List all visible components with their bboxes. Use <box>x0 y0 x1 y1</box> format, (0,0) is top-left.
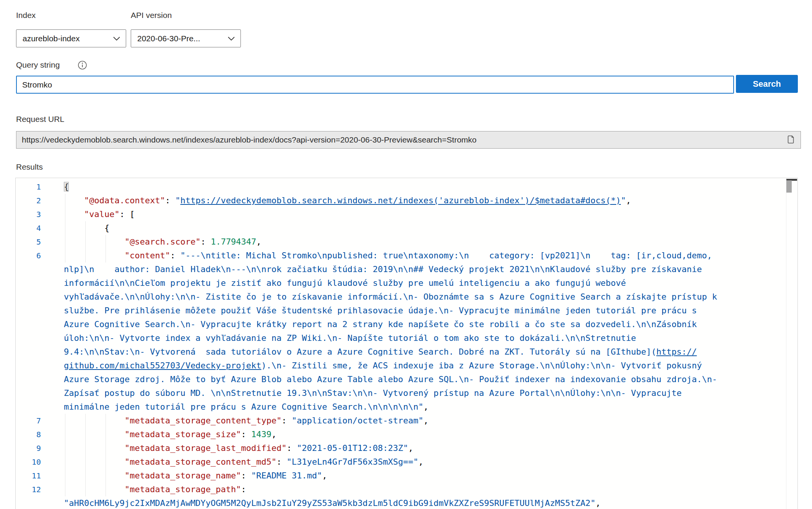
code-row: 6 "content": "---\ntitle: Michal Stromko… <box>16 249 786 263</box>
request-url-label: Request URL <box>16 115 64 124</box>
line-number <box>16 359 41 373</box>
line-number: 8 <box>16 428 41 441</box>
results-rows: 1{2 "@odata.context": "https://vedeckyde… <box>16 180 786 509</box>
vertical-scrollbar[interactable] <box>786 180 792 193</box>
request-url-value: https://vedeckydemoblob.search.windows.n… <box>22 135 784 144</box>
line-number: 5 <box>16 235 41 249</box>
code-row: 4 { <box>16 221 786 235</box>
code-text: Azure Cognitive Search.\n- Vypracujte kr… <box>41 318 786 331</box>
code-text: úloh:\n\n- Vytvorte index a vyhľadávanie… <box>41 331 786 345</box>
code-text: "metadata_storage_last_modified": "2021-… <box>41 441 786 455</box>
code-row: 2 "@odata.context": "https://vedeckydemo… <box>16 194 786 207</box>
index-dropdown[interactable]: azureblob-index <box>16 29 126 47</box>
code-text: službe. Pre prihlásenie môžete použiť Vá… <box>41 304 786 318</box>
code-text: "metadata_storage_name": "README 31.md", <box>41 469 786 483</box>
code-text: "metadata_storage_path": <box>41 483 786 496</box>
code-row: minimálne jeden tutoriál pre prácu s Azu… <box>16 400 786 414</box>
code-text: "aHR0cHM6Ly9jc2IxMDAzMjAwMDYyOGM5M2QyLmJ… <box>41 496 786 509</box>
results-label: Results <box>16 162 43 172</box>
line-number: 12 <box>16 483 41 496</box>
code-text: informácií\n\nCieľom projektu je zistiť … <box>41 276 786 290</box>
line-number <box>16 263 41 276</box>
search-button[interactable]: Search <box>736 75 798 93</box>
line-number: 2 <box>16 194 41 207</box>
line-number <box>16 290 41 304</box>
code-text: { <box>41 221 786 235</box>
api-version-label: API version <box>131 11 172 20</box>
code-row: nlp]\n author: Daniel Hladek\n---\n\nrok… <box>16 263 786 276</box>
code-text: "metadata_storage_size": 1439, <box>41 428 786 441</box>
line-number: 7 <box>16 414 41 428</box>
code-text: nlp]\n author: Daniel Hladek\n---\n\nrok… <box>41 263 786 276</box>
api-version-dropdown-value: 2020-06-30-Pre... <box>137 34 227 43</box>
line-number <box>16 331 41 345</box>
code-row: 8 "metadata_storage_size": 1439, <box>16 428 786 441</box>
line-number <box>16 276 41 290</box>
code-text: "content": "---\ntitle: Michal Stromko\n… <box>41 249 786 263</box>
query-string-input[interactable] <box>16 76 734 94</box>
code-row: 9 "metadata_storage_last_modified": "202… <box>16 441 786 455</box>
code-text: minimálne jeden tutoriál pre prácu s Azu… <box>41 400 786 414</box>
code-row: 7 "metadata_storage_content_type": "appl… <box>16 414 786 428</box>
code-row: 11 "metadata_storage_name": "README 31.m… <box>16 469 786 483</box>
line-number: 10 <box>16 455 41 469</box>
code-row: informácií\n\nCieľom projektu je zistiť … <box>16 276 786 290</box>
api-version-dropdown[interactable]: 2020-06-30-Pre... <box>131 29 241 47</box>
code-row: Zapísať postup do súboru MD. \n\nStretnu… <box>16 386 786 400</box>
line-number: 4 <box>16 221 41 235</box>
overview-ruler <box>786 178 797 509</box>
query-string-label: Query string <box>16 60 60 70</box>
code-text: { <box>41 180 786 194</box>
code-text: 9.4:\n\nStav:\n- Vytvorená sada tutoriál… <box>41 345 786 359</box>
line-number: 1 <box>16 180 41 194</box>
line-number <box>16 386 41 400</box>
search-explorer-page: Index azureblob-index API version 2020-0… <box>0 0 812 509</box>
index-label: Index <box>16 11 36 20</box>
code-text: Azure Storage zdroj. Môže to byť Azure B… <box>41 373 786 386</box>
code-text: vyhľadávače.\n\nÚlohy:\n\n- Zistite čo j… <box>41 290 786 304</box>
code-text: "value": [ <box>41 207 786 221</box>
chevron-down-icon <box>227 36 235 41</box>
results-editor[interactable]: 1{2 "@odata.context": "https://vedeckyde… <box>15 178 798 509</box>
request-url-field: https://vedeckydemoblob.search.windows.n… <box>16 131 801 149</box>
code-row: 5 "@search.score": 1.7794347, <box>16 235 786 249</box>
code-text: Zapísať postup do súboru MD. \n\nStretnu… <box>41 386 786 400</box>
line-number: 11 <box>16 469 41 483</box>
line-number <box>16 345 41 359</box>
code-row: 1{ <box>16 180 786 194</box>
chevron-down-icon <box>113 36 120 41</box>
index-dropdown-value: azureblob-index <box>23 34 113 43</box>
code-text: "@search.score": 1.7794347, <box>41 235 786 249</box>
code-text: "metadata_storage_content_type": "applic… <box>41 414 786 428</box>
code-text: "metadata_storage_content_md5": "L31yeLn… <box>41 455 786 469</box>
code-row: "aHR0cHM6Ly9jc2IxMDAzMjAwMDYyOGM5M2QyLmJ… <box>16 496 786 509</box>
code-row: 10 "metadata_storage_content_md5": "L31y… <box>16 455 786 469</box>
code-text: github.com/michal552703/Vedecky-projekt)… <box>41 359 786 373</box>
line-number <box>16 304 41 318</box>
code-row: 3 "value": [ <box>16 207 786 221</box>
code-row: 9.4:\n\nStav:\n- Vytvorená sada tutoriál… <box>16 345 786 359</box>
copy-icon[interactable] <box>784 134 796 146</box>
line-number <box>16 400 41 414</box>
line-number: 9 <box>16 441 41 455</box>
code-row: službe. Pre prihlásenie môžete použiť Vá… <box>16 304 786 318</box>
code-text: "@odata.context": "https://vedeckydemobl… <box>41 194 786 207</box>
code-row: Azure Cognitive Search.\n- Vypracujte kr… <box>16 318 786 331</box>
line-number <box>16 318 41 331</box>
code-row: Azure Storage zdroj. Môže to byť Azure B… <box>16 373 786 386</box>
code-row: github.com/michal552703/Vedecky-projekt)… <box>16 359 786 373</box>
line-number: 6 <box>16 249 41 263</box>
line-number <box>16 496 41 509</box>
code-row: 12 "metadata_storage_path": <box>16 483 786 496</box>
line-number <box>16 373 41 386</box>
code-row: úloh:\n\n- Vytvorte index a vyhľadávanie… <box>16 331 786 345</box>
info-icon[interactable] <box>78 60 87 70</box>
code-row: vyhľadávače.\n\nÚlohy:\n\n- Zistite čo j… <box>16 290 786 304</box>
line-number: 3 <box>16 207 41 221</box>
